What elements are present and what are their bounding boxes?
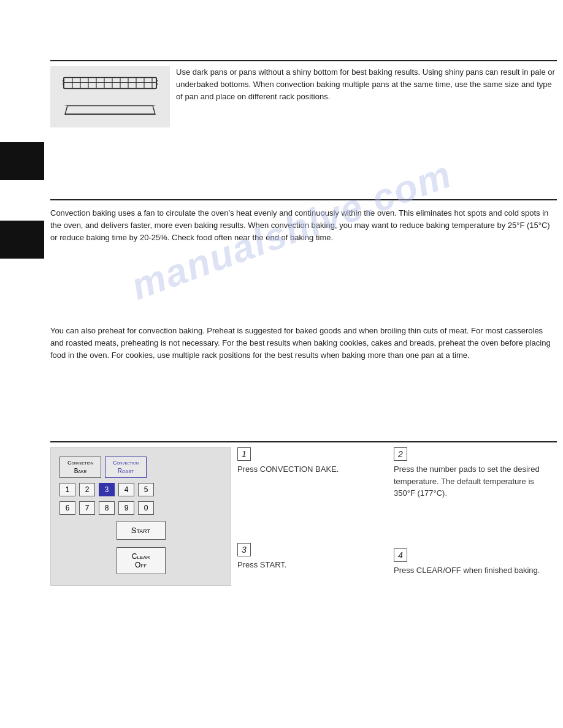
divider-top [50,60,557,61]
num-6-button[interactable]: 6 [59,501,75,515]
num-9-button[interactable]: 9 [118,501,134,515]
num-row-2: 6 7 8 9 0 [59,501,222,515]
sidebar-block-top [0,142,44,180]
section-1-text: Use dark pans or pans without a shiny bo… [176,66,557,103]
step-1-number: 1 [237,447,251,461]
num-row-1: 1 2 3 4 5 [59,483,222,496]
svg-rect-0 [64,78,156,89]
divider-bottom [50,441,557,442]
step-1: 1 Press CONVECTION BAKE. [237,447,388,476]
num-7-button[interactable]: 7 [79,501,95,515]
step-2: 2 Press the number pads to set the desir… [394,447,557,499]
steps-right-column: 2 Press the number pads to set the desir… [394,447,557,590]
pan-illustration [63,99,158,121]
step-3-number: 3 [237,543,251,556]
step-4-text: Press CLEAR/OFF when finished baking. [394,564,557,577]
step-3-text: Press START. [237,559,388,571]
num-4-button[interactable]: 4 [118,483,134,496]
action-buttons-row: Start ClearOff [59,521,222,574]
pan-illustration-box [50,66,170,127]
main-content: Use dark pans or pans without a shiny bo… [44,0,563,728]
section-3-text: You can also preheat for convection baki… [50,325,557,362]
step-4-number: 4 [394,548,407,562]
sidebar-block-bottom [0,221,44,259]
num-3-button[interactable]: 3 [99,483,115,496]
num-5-button[interactable]: 5 [138,483,154,496]
divider-mid [50,199,557,200]
step-3: 3 Press START. [237,543,388,571]
clear-off-button[interactable]: ClearOff [117,547,166,574]
steps-left-column: 1 Press CONVECTION BAKE. 3 Press START. [237,447,388,584]
step-4: 4 Press CLEAR/OFF when finished baking. [394,548,557,577]
start-button[interactable]: Start [117,521,166,540]
convection-bake-button[interactable]: Convection Bake [59,457,101,478]
step-2-text: Press the number pads to set the desired… [394,463,557,499]
control-panel: Convection Bake Convection Roast 1 2 3 4… [50,447,231,586]
num-8-button[interactable]: 8 [99,501,115,515]
convection-roast-button[interactable]: Convection Roast [105,457,147,478]
num-1-button[interactable]: 1 [59,483,75,496]
num-0-button[interactable]: 0 [138,501,154,515]
mode-button-row: Convection Bake Convection Roast [59,457,222,478]
step-1-text: Press CONVECTION BAKE. [237,463,388,476]
step-2-number: 2 [394,447,407,461]
sidebar [0,0,44,728]
rack-illustration [63,73,158,94]
num-2-button[interactable]: 2 [79,483,95,496]
section-2-text: Convection baking uses a fan to circulat… [50,207,557,244]
